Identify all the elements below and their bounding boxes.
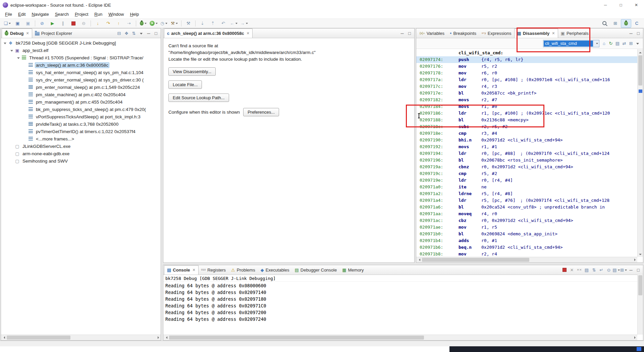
disassembly-line[interactable]: 0209717e:bl0x20587cc <bk_printf> [416, 90, 643, 97]
disassembly-line[interactable]: 020971b6:beq.n0x20971d2 <cli_wifi_sta_cm… [416, 244, 643, 251]
next-annotation-button[interactable]: ⇣ [198, 19, 207, 27]
disassembly-hscrollbar[interactable] [416, 257, 637, 262]
maximize-panel-icon[interactable]: □ [635, 267, 642, 273]
debug-tree-item[interactable]: ▢arm-none-eabi-gdb.exe [1, 150, 161, 157]
view-tab-peripherals[interactable]: ▣Peripherals [558, 28, 591, 38]
console-output[interactable]: Reading 64 bytes @ address 0x08000600Rea… [163, 282, 643, 323]
disassembly-line[interactable]: 020971b8:movr2, r4 [416, 251, 643, 257]
menu-search[interactable]: Search [52, 10, 72, 18]
disassembly-line[interactable]: 02097190:bhi.n0x20971d2 <cli_wifi_sta_cm… [416, 137, 643, 143]
disassembly-line[interactable]: 020971a2:ldrner5, [r4, #8] [416, 190, 643, 197]
step-into-button[interactable]: ↓ [93, 19, 103, 27]
disassembly-line[interactable]: 0209717a:ldrr0, [pc, #108]; (0x20971e8 <… [416, 76, 643, 83]
close-icon[interactable]: ✕ [26, 31, 29, 36]
back-button[interactable]: ← [229, 19, 238, 27]
disassembly-line[interactable]: 020971a4:ldrr5, [pc, #76]; (0x20971f4 <c… [416, 197, 643, 204]
scroll-left-arrow[interactable] [416, 257, 422, 262]
scroll-thumb[interactable] [638, 55, 642, 85]
menu-help[interactable]: Help [127, 10, 142, 18]
external-tools-button[interactable]: ⚒ [169, 19, 179, 27]
scroll-left-arrow[interactable] [163, 335, 169, 340]
debug-tree-item[interactable]: pm_management() at pm.c:455 0x205c404 [1, 98, 161, 106]
disassembly-line[interactable]: 02097176:movr5, r2 [416, 63, 643, 70]
clear-console-icon[interactable]: ▤ [583, 267, 590, 273]
disassembly-line[interactable]: 0209719e:ldrr0, [r4, #4] [416, 177, 643, 184]
step-return-button[interactable]: ↑ [114, 19, 123, 27]
close-icon[interactable]: ✕ [193, 268, 196, 272]
collapse-all-icon[interactable]: ⊟ [116, 30, 122, 37]
edit-source-lookup-path-button[interactable]: Edit Source Lookup Path... [168, 94, 229, 102]
editor-tab-arch-sleep-at-arm-c-36-0x800058c[interactable]: carch_sleep() at arm.c:36 0x800058c✕ [164, 28, 253, 38]
open-console-icon[interactable]: ⊞ [620, 267, 627, 273]
home-icon[interactable]: ⌂ [601, 40, 607, 47]
debug-tree-item[interactable]: Thread #1 57005 (Suspended : Signal : SI… [1, 54, 161, 61]
close-window-button[interactable]: ✕ [629, 0, 644, 10]
open-perspective-button[interactable]: ⊞ [610, 19, 620, 27]
close-icon[interactable]: ✕ [552, 31, 555, 36]
view-tab-disassembly[interactable]: ▦Disassembly✕ [514, 28, 558, 38]
step-over-button[interactable]: ↷ [103, 19, 113, 27]
disassembly-line[interactable]: 020971aa:moveqr4, r0 [416, 211, 643, 217]
disassembly-line[interactable]: 020971b4:addsr0, #1 [416, 237, 643, 244]
close-icon[interactable]: ✕ [247, 31, 250, 36]
minimize-panel-icon[interactable]: ─ [628, 30, 634, 37]
disassembly-line[interactable]: 0209718e:cmpr3, #4 [416, 130, 643, 137]
view-menu-icon[interactable] [138, 30, 145, 37]
cpp-perspective-button[interactable]: C [632, 19, 642, 27]
view-tab-registers[interactable]: 010Registers [199, 265, 228, 275]
debug-view-hscrollbar[interactable] [1, 335, 161, 340]
disassembly-line[interactable]: 0209717c:movr4, r3 [416, 83, 643, 90]
resume-button[interactable]: ▶ [48, 19, 57, 27]
debug-tree-item[interactable]: sys_hal_enter_normal_sleep() at sys_pm_h… [1, 69, 161, 76]
minimize-window-button[interactable]: ─ [598, 0, 613, 10]
debug-tree-item[interactable]: prvIdleTask() at tasks.c:3,768 0x2052600 [1, 120, 161, 128]
view-menu-icon[interactable] [634, 40, 641, 47]
maximize-panel-icon[interactable]: □ [153, 30, 159, 37]
debug-tree-item[interactable]: ❖bk7258 Debug [GDB SEGGER J-Link Debuggi… [1, 39, 161, 47]
disassembly-listing[interactable]: cli_wifi_sta_cmd:02097174:push{r4, r5, r… [416, 49, 643, 257]
menu-project[interactable]: Project [72, 10, 91, 18]
debug-tree-item[interactable]: ▣app_test3.elf [1, 47, 161, 54]
disassembly-line[interactable]: 020971b0:bl0x2069824 <demo_sta_app_init> [416, 231, 643, 237]
word-wrap-icon[interactable]: ↵ [598, 267, 605, 273]
scroll-thumb[interactable] [422, 258, 529, 262]
scroll-thumb[interactable] [169, 336, 424, 340]
open-new-view-icon[interactable]: ⊞ [628, 40, 634, 47]
run-button[interactable] [149, 19, 158, 27]
menu-window[interactable]: Window [105, 10, 127, 18]
debug-perspective-button[interactable] [621, 19, 631, 28]
sync-context-icon[interactable]: ⇄ [621, 40, 628, 47]
combo-dropdown-button[interactable] [593, 40, 599, 47]
scroll-right-arrow[interactable] [155, 335, 161, 340]
pin-console-icon[interactable]: ⊙ [605, 267, 612, 273]
expander-icon[interactable] [2, 42, 8, 45]
scroll-lock-icon[interactable]: ⇅ [591, 267, 597, 273]
terminate-button[interactable] [68, 19, 78, 27]
maximize-panel-icon[interactable]: □ [406, 30, 413, 37]
disassembly-line[interactable]: 02097188:bl0x2136c88 <memcpy> [416, 117, 643, 123]
menu-file[interactable]: File [2, 10, 15, 18]
expander-icon[interactable] [9, 49, 14, 52]
scroll-thumb[interactable] [638, 275, 642, 295]
view-tab-debug[interactable]: Debug✕ [2, 28, 32, 38]
refresh-icon[interactable]: ↻ [607, 40, 614, 47]
disassembly-line[interactable]: 02097192:movsr1, #1 [416, 143, 643, 150]
disassembly-line[interactable]: 02097196:bl0x20678bc <rtos_init_semaphor… [416, 157, 643, 164]
save-button[interactable]: ▣ [13, 19, 22, 27]
location-input[interactable]: cli_wifi_sta_cmd [544, 41, 593, 47]
scroll-right-arrow[interactable] [632, 257, 637, 262]
view-tab-expressions[interactable]: x+yExpressions [479, 28, 514, 38]
scroll-right-arrow[interactable] [632, 335, 637, 340]
debug-tree-item[interactable]: arch_sleep() at arm.c:36 0x800058c [1, 61, 161, 69]
expander-icon[interactable] [16, 56, 21, 59]
forward-button[interactable]: → [239, 19, 249, 27]
debug-tree-item[interactable]: vPortSuppressTicksAndSleep() at port_tic… [1, 113, 161, 120]
disassembly-line[interactable]: 02097174:push{r4, r5, r6, lr} [416, 56, 643, 63]
remove-launch-icon[interactable]: ✕ [569, 267, 575, 273]
debug-tree-item[interactable]: bk_pm_suppress_ticks_and_sleep() at pm.c… [1, 106, 161, 113]
debug-tree-item[interactable]: pvTimerGetTimerID() at timers.c:1,022 0x… [1, 128, 161, 135]
debug-view-sort-icon[interactable]: ⇅ [130, 30, 137, 37]
view-tab-variables[interactable]: (x)=Variables [417, 28, 447, 38]
minimize-panel-icon[interactable]: ─ [399, 30, 406, 37]
view-tab-debugger-console[interactable]: ▤Debugger Console [292, 265, 340, 275]
